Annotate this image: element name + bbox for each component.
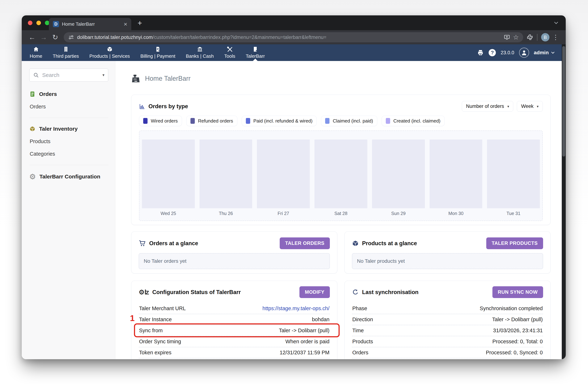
sidebar-link-categories[interactable]: Categories (29, 151, 108, 157)
tools-icon (227, 46, 233, 52)
products-glance-title: Products at a glance (362, 240, 417, 247)
tab-title: Home TalerBarr (62, 21, 121, 27)
gears-icon: ⚙ʫ (139, 289, 149, 296)
chart-column (430, 140, 483, 208)
legend-item-created[interactable]: Created (incl. claimed) (382, 116, 445, 126)
chevron-down-icon: ▾ (507, 104, 509, 109)
browser-tab[interactable]: D Home TalerBarr × (49, 18, 131, 30)
nav-item-talerbarr[interactable]: TalerBarr (246, 44, 265, 61)
nav-item-tools[interactable]: Tools (224, 44, 235, 61)
scrollbar-thumb[interactable] (562, 46, 565, 157)
minimize-window-button[interactable] (36, 21, 41, 25)
config-rows: Taler Merchant URL https://stage.my.tale… (139, 303, 330, 358)
tab-search-chevron-icon[interactable] (553, 20, 559, 27)
period-select[interactable]: Week ▾ (517, 101, 543, 112)
chevron-down-icon (550, 50, 555, 55)
address-bar[interactable]: dolibarr.tutorial.taler.potuzhnyi.com/cu… (64, 32, 523, 42)
sidebar-section-header[interactable]: ⚙ TalerBarr Configuration (29, 173, 108, 180)
nav-label: Billing | Payment (140, 53, 175, 59)
config-row-order-sync-timing: Order Sync timing When order is paid (139, 336, 330, 347)
taler-products-button[interactable]: TALER PRODUCTS (486, 237, 543, 249)
row-value: Taler -> Dolibarr (pull) (492, 317, 543, 323)
nav-item-third-parties[interactable]: Third parties (53, 44, 79, 61)
legend-item-claimed[interactable]: Claimed (incl. paid) (321, 116, 377, 126)
search-dropdown-caret-icon[interactable]: ▾ (103, 73, 105, 78)
site-settings-icon[interactable] (68, 34, 74, 40)
x-tick-label: Sat 28 (315, 211, 367, 216)
page-header: Home TalerBarr (131, 74, 550, 83)
legend-label: Created (incl. claimed) (393, 118, 441, 124)
nav-item-home[interactable]: Home (30, 44, 42, 61)
user-menu[interactable]: admin (534, 50, 555, 56)
menu-kebab-icon[interactable]: ⋮ (552, 34, 559, 40)
search-icon (33, 72, 39, 78)
username-label: admin (534, 50, 549, 56)
sync-row-time: Time 31/03/2026, 23:41:31 (352, 325, 543, 336)
config-status-panel: ⚙ʫ Configuration Status of TalerBarr MOD… (131, 281, 337, 359)
reload-icon[interactable]: ↻ (50, 34, 61, 41)
new-tab-button[interactable]: + (138, 19, 142, 27)
print-icon[interactable] (477, 49, 484, 56)
metric-select-value: Number of orders (466, 103, 504, 109)
sync-row-orders: Orders Processed: 0, Synced: 0 (352, 347, 543, 358)
banks-cash-icon (197, 46, 203, 52)
extensions-puzzle-icon[interactable] (526, 34, 533, 41)
third-parties-icon (63, 46, 69, 52)
nav-item-banks-cash[interactable]: Banks | Cash (186, 44, 214, 61)
products-glance-title-group: Products at a glance (352, 240, 417, 247)
legend-swatch (190, 118, 195, 124)
chart-column (372, 140, 425, 208)
last-sync-panel: Last synchronisation RUN SYNC NOW Phase … (344, 281, 550, 359)
legend-swatch (325, 118, 330, 124)
config-row-token-expires: Token expires 12/31/2037 11:59 PM (139, 347, 330, 358)
sidebar-link-orders[interactable]: Orders (29, 104, 108, 110)
chart-column (315, 140, 367, 208)
orders-empty-message: No Taler orders yet (139, 253, 330, 269)
chart-column (200, 140, 252, 208)
products-empty-message: No Taler products yet (352, 253, 543, 269)
sidebar-section-header[interactable]: Orders (29, 91, 108, 97)
bookmark-star-icon[interactable]: ☆ (513, 34, 519, 40)
row-label: Order Sync timing (139, 339, 181, 344)
legend-swatch (246, 118, 250, 124)
chart-column (142, 140, 195, 208)
sidebar: ▾ Orders Orders Taler Inventory Products (22, 61, 115, 359)
nav-item-billing-payment[interactable]: $ Billing | Payment (140, 44, 175, 61)
config-row-sync-from: Sync from Taler -> Dolibarr (pull) 1 (139, 325, 330, 336)
legend-label: Wired orders (151, 118, 178, 124)
forward-icon[interactable]: → (38, 34, 49, 41)
install-app-icon[interactable] (504, 34, 510, 40)
sidebar-link-products[interactable]: Products (29, 139, 108, 144)
url-text[interactable]: dolibarr.tutorial.taler.potuzhnyi.com/cu… (77, 35, 501, 40)
orders-glance-title: Orders at a glance (149, 240, 198, 247)
user-avatar-icon[interactable] (519, 48, 529, 58)
taler-orders-button[interactable]: TALER ORDERS (280, 237, 330, 249)
help-icon[interactable]: ? (489, 49, 496, 56)
nav-label: Products | Services (89, 53, 130, 59)
sidebar-section-title: Orders (39, 91, 57, 97)
modify-button[interactable]: MODIFY (299, 286, 330, 298)
nav-item-products-services[interactable]: Products | Services (89, 44, 130, 61)
row-value: bohdan (312, 317, 330, 323)
sidebar-section-header[interactable]: Taler Inventory (29, 126, 108, 132)
sidebar-search[interactable]: ▾ (29, 69, 108, 81)
navbar-right-group: ? 23.0.0 admin (477, 48, 555, 58)
billing-payment-icon: $ (155, 46, 161, 52)
back-icon[interactable]: ← (27, 34, 37, 41)
inventory-box-icon (29, 126, 36, 132)
page-scrollbar[interactable] (562, 44, 566, 359)
close-window-button[interactable] (28, 21, 32, 25)
legend-item-refunded[interactable]: Refunded orders (186, 116, 237, 126)
row-label: Taler Merchant URL (139, 305, 186, 311)
merchant-url-link[interactable]: https://stage.my.taler-ops.ch/ (262, 305, 330, 311)
tab-close-icon[interactable]: × (124, 21, 127, 27)
metric-select[interactable]: Number of orders ▾ (462, 101, 513, 112)
legend-label: Paid (incl. refunded & wired) (253, 118, 313, 124)
profile-avatar[interactable]: B (541, 33, 549, 41)
legend-item-wired[interactable]: Wired orders (139, 116, 182, 126)
search-input[interactable] (42, 72, 100, 78)
url-domain: dolibarr.tutorial.taler.potuzhnyi.com (77, 35, 153, 40)
sync-row-products: Products Processed: 0, Total: 0 (352, 336, 543, 347)
run-sync-now-button[interactable]: RUN SYNC NOW (492, 286, 543, 298)
legend-item-paid[interactable]: Paid (incl. refunded & wired) (242, 116, 317, 126)
